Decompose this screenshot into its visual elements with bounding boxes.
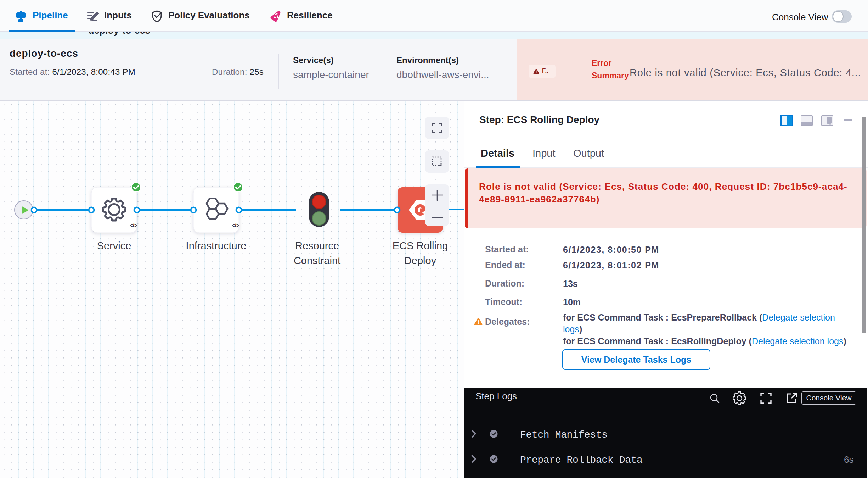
svg-text:</>: </> [130, 222, 137, 228]
svg-text:</>: </> [232, 222, 239, 228]
